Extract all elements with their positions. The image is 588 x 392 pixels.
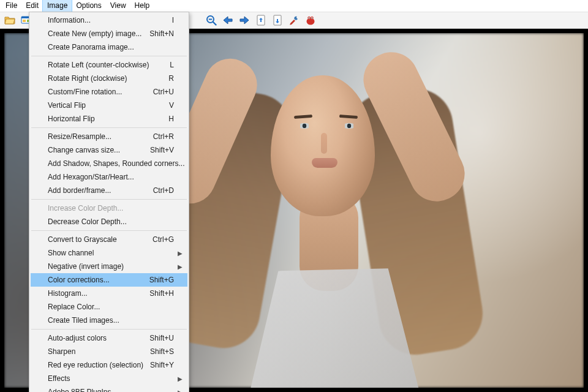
svg-line-5: [213, 22, 216, 25]
menu-edit[interactable]: Edit: [21, 0, 43, 12]
menu-help[interactable]: Help: [130, 0, 154, 12]
menu-item-label: Increase Color Depth...: [48, 204, 123, 213]
menu-item[interactable]: Rotate Right (clockwise)R: [31, 72, 187, 85]
menu-item-shortcut: Shift+N: [149, 29, 174, 38]
menu-item[interactable]: Change canvas size...Shift+V: [31, 143, 187, 157]
menu-item-label: Horizontal Flip: [48, 115, 95, 123]
menu-item-shortcut: I: [172, 16, 174, 24]
menu-item-shortcut: Ctrl+R: [153, 132, 174, 141]
menu-file[interactable]: File: [1, 0, 21, 12]
menu-item[interactable]: Convert to GrayscaleCtrl+G: [31, 233, 187, 246]
menu-item[interactable]: Information...I: [31, 13, 187, 27]
file-up-button[interactable]: [254, 13, 268, 28]
menu-item[interactable]: SharpenShift+S: [31, 345, 187, 358]
svg-point-9: [307, 18, 315, 25]
menu-item-label: Auto-adjust colors: [48, 334, 107, 342]
menu-item-label: Negative (invert image): [48, 262, 124, 271]
move-up-icon: [256, 15, 266, 26]
menu-item-shortcut: Shift+V: [150, 146, 174, 154]
menu-item[interactable]: Auto-adjust colorsShift+U: [31, 331, 187, 345]
menu-separator: [31, 329, 187, 330]
menu-item-shortcut: L: [170, 61, 174, 69]
menu-item-shortcut: Shift+U: [149, 334, 174, 342]
menu-item-label: Adobe 8BF PlugIns: [48, 388, 111, 392]
menu-item-label: Resize/Resample...: [48, 132, 111, 141]
menu-item: Increase Color Depth...: [31, 202, 187, 215]
menu-item[interactable]: Create Tiled images...: [31, 314, 187, 327]
submenu-arrow-icon: ▶: [178, 375, 183, 382]
menu-item-label: Histogram...: [48, 289, 88, 298]
menu-item-label: Add Shadow, Shapes, Rounded corners...: [48, 159, 184, 168]
menu-options[interactable]: Options: [72, 0, 105, 12]
menu-item[interactable]: Negative (invert image)▶: [31, 260, 187, 273]
menu-item[interactable]: Add Shadow, Shapes, Rounded corners...: [31, 157, 187, 170]
menu-item[interactable]: Rotate Left (counter-clockwise)L: [31, 58, 187, 72]
photo-eye: [298, 123, 311, 129]
menu-item[interactable]: Effects▶: [31, 372, 187, 385]
menu-view[interactable]: View: [106, 0, 130, 12]
menu-item-label: Create New (empty) image...: [48, 29, 141, 38]
menu-item-shortcut: Ctrl+U: [153, 88, 174, 96]
menu-separator: [31, 199, 187, 200]
menu-item-shortcut: Shift+Y: [150, 361, 174, 369]
file-down-button[interactable]: [270, 13, 285, 28]
menu-item[interactable]: Color corrections...Shift+G: [31, 273, 187, 287]
svg-point-13: [312, 17, 313, 18]
zoom-out-icon: [206, 15, 217, 26]
menu-separator: [31, 56, 187, 56]
menu-item[interactable]: Histogram...Shift+H: [31, 287, 187, 300]
submenu-arrow-icon: ▶: [178, 263, 183, 270]
svg-point-12: [309, 17, 310, 18]
menu-item-label: Convert to Grayscale: [48, 235, 117, 244]
menu-item-label: Vertical Flip: [48, 101, 86, 110]
menu-item[interactable]: Add border/frame...Ctrl+D: [31, 184, 187, 197]
menu-item[interactable]: Adobe 8BF PlugIns▶: [31, 385, 187, 392]
menu-item[interactable]: Replace Color...: [31, 300, 187, 314]
photo-nose: [321, 133, 327, 154]
menu-item-label: Rotate Right (clockwise): [48, 74, 127, 83]
menubar: File Edit Image Options View Help: [0, 0, 588, 12]
menu-item-label: Show channel: [48, 249, 94, 257]
menu-item-shortcut: Shift+H: [149, 289, 174, 298]
arrow-left-icon: [222, 16, 233, 24]
menu-item[interactable]: Vertical FlipV: [31, 99, 187, 112]
open-folder-icon: [4, 15, 15, 25]
irfanview-button[interactable]: [303, 13, 318, 28]
menu-item-label: Add border/frame...: [48, 186, 111, 195]
menu-item[interactable]: Decrease Color Depth...: [31, 215, 187, 228]
zoom-out-button[interactable]: [204, 13, 219, 28]
menu-item-label: Information...: [48, 16, 91, 24]
menu-separator: [31, 127, 187, 128]
tools-button[interactable]: [287, 13, 301, 28]
menu-item[interactable]: Create New (empty) image...Shift+N: [31, 27, 187, 40]
menu-item[interactable]: Custom/Fine rotation...Ctrl+U: [31, 85, 187, 99]
tools-icon: [288, 15, 300, 26]
menu-item-label: Red eye reduction (selection): [48, 361, 143, 369]
menu-item[interactable]: Horizontal FlipH: [31, 112, 187, 126]
next-button[interactable]: [237, 13, 252, 28]
menu-item-shortcut: Shift+S: [150, 347, 174, 356]
menu-item-label: Change canvas size...: [48, 146, 120, 154]
menu-item-shortcut: V: [169, 101, 174, 110]
menu-item[interactable]: Red eye reduction (selection)Shift+Y: [31, 358, 187, 372]
menu-separator: [31, 230, 187, 231]
menu-item[interactable]: Show channel▶: [31, 246, 187, 260]
menu-item[interactable]: Create Panorama image...: [31, 40, 187, 54]
svg-rect-2: [23, 20, 26, 22]
menu-item-label: Rotate Left (counter-clockwise): [48, 61, 149, 69]
menu-item[interactable]: Resize/Resample...Ctrl+R: [31, 130, 187, 143]
image-menu-dropdown: Information...ICreate New (empty) image.…: [29, 12, 189, 392]
menu-item-label: Sharpen: [48, 347, 75, 356]
move-down-icon: [273, 15, 282, 26]
irfanview-icon: [305, 15, 316, 26]
menu-image[interactable]: Image: [43, 0, 72, 12]
menu-item-shortcut: Shift+G: [149, 276, 174, 284]
open-folder-button[interactable]: [2, 13, 17, 28]
menu-item[interactable]: Add Hexagon/Star/Heart...: [31, 170, 187, 184]
menu-item-label: Effects: [48, 374, 70, 383]
prev-button[interactable]: [221, 13, 235, 28]
menu-item-shortcut: H: [168, 115, 174, 123]
submenu-arrow-icon: ▶: [178, 250, 183, 257]
menu-item-shortcut: Ctrl+D: [153, 186, 174, 195]
menu-item-label: Replace Color...: [48, 303, 100, 311]
